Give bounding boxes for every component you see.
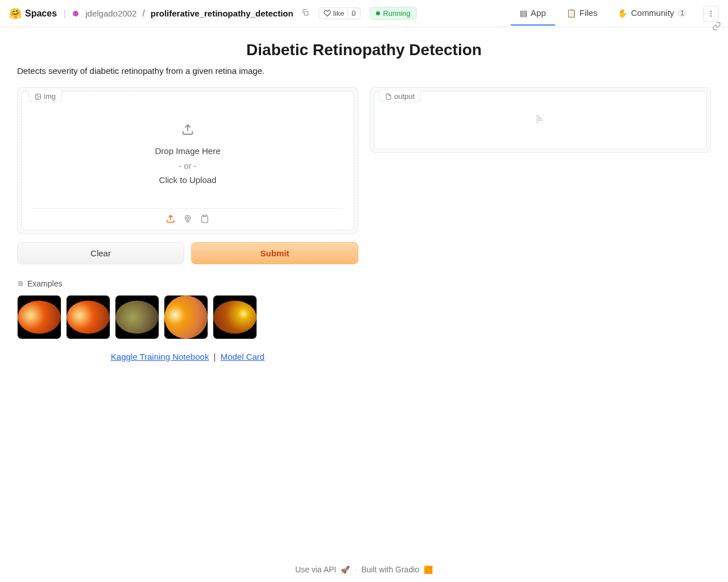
status-dot-icon: [376, 11, 380, 15]
model-card-link[interactable]: Model Card: [221, 352, 265, 361]
output-placeholder-icon: [535, 114, 545, 127]
drop-hint-1: Drop Image Here: [33, 144, 342, 159]
link-separator: |: [214, 352, 216, 361]
svg-point-2: [710, 13, 712, 14]
upload-icon: [33, 123, 342, 138]
toolbar-clipboard-icon[interactable]: [200, 214, 209, 225]
heart-icon: [324, 10, 331, 17]
community-icon: ✋: [618, 9, 627, 18]
example-thumb-1[interactable]: [17, 295, 61, 339]
owner-avatar-icon: [73, 11, 78, 16]
svg-rect-0: [304, 11, 308, 15]
example-thumb-5[interactable]: [213, 295, 257, 339]
svg-point-9: [187, 217, 189, 219]
svg-rect-11: [203, 215, 206, 217]
tab-app[interactable]: ▤ App: [511, 1, 555, 26]
spaces-label[interactable]: Spaces: [25, 9, 57, 19]
tab-community-label: Community: [631, 8, 674, 18]
app-icon: ▤: [520, 9, 527, 18]
tab-community[interactable]: ✋ Community 1: [609, 1, 696, 26]
path-slash: /: [142, 9, 144, 19]
examples-label: Examples: [17, 279, 358, 288]
toolbar-upload-icon[interactable]: [166, 214, 175, 225]
svg-point-3: [710, 15, 712, 16]
example-thumb-2[interactable]: [66, 295, 110, 339]
like-label: like: [333, 9, 345, 18]
drop-hint-2: Click to Upload: [33, 173, 342, 188]
list-icon: [17, 280, 24, 287]
example-thumb-3[interactable]: [115, 295, 159, 339]
svg-point-8: [185, 215, 190, 221]
tab-files[interactable]: 📋 Files: [557, 1, 607, 26]
status-badge: Running: [370, 7, 416, 20]
copy-icon[interactable]: [301, 9, 309, 18]
kaggle-link[interactable]: Kaggle Training Notebook: [111, 352, 209, 361]
embed-link-icon[interactable]: [712, 22, 721, 32]
drop-hint-or: - or -: [33, 159, 342, 173]
tab-files-label: Files: [580, 8, 598, 18]
example-thumb-4[interactable]: [164, 295, 208, 339]
file-icon: [385, 93, 392, 100]
image-icon: [35, 93, 42, 100]
submit-button[interactable]: Submit: [191, 242, 358, 264]
clear-button[interactable]: Clear: [17, 242, 184, 264]
huggingface-logo-icon[interactable]: 🤗: [9, 8, 20, 19]
repo-name[interactable]: proliferative_retinopathy_detection: [151, 9, 293, 18]
output-label: output: [379, 91, 421, 102]
svg-point-1: [710, 10, 712, 11]
toolbar-webcam-icon[interactable]: [183, 214, 192, 225]
like-count: 0: [348, 9, 355, 18]
tab-app-label: App: [531, 8, 546, 18]
dots-vertical-icon: [707, 10, 715, 18]
separator: |: [64, 9, 66, 19]
output-area: output: [374, 91, 707, 149]
owner-link[interactable]: jdelgado2002: [85, 9, 136, 18]
status-text: Running: [383, 9, 410, 18]
community-count: 1: [677, 9, 687, 17]
like-button[interactable]: like 0: [318, 7, 361, 19]
image-input-area[interactable]: img Drop Image Here - or - Click to Uplo…: [21, 91, 354, 230]
page-description: Detects severity of diabetic retinopathy…: [17, 66, 711, 76]
input-label: img: [28, 91, 62, 102]
files-icon: 📋: [566, 9, 576, 18]
drop-zone[interactable]: Drop Image Here - or - Click to Upload: [22, 92, 354, 199]
svg-point-5: [37, 95, 38, 96]
menu-button[interactable]: [703, 6, 719, 22]
page-title: Diabetic Retinopathy Detection: [17, 41, 711, 59]
